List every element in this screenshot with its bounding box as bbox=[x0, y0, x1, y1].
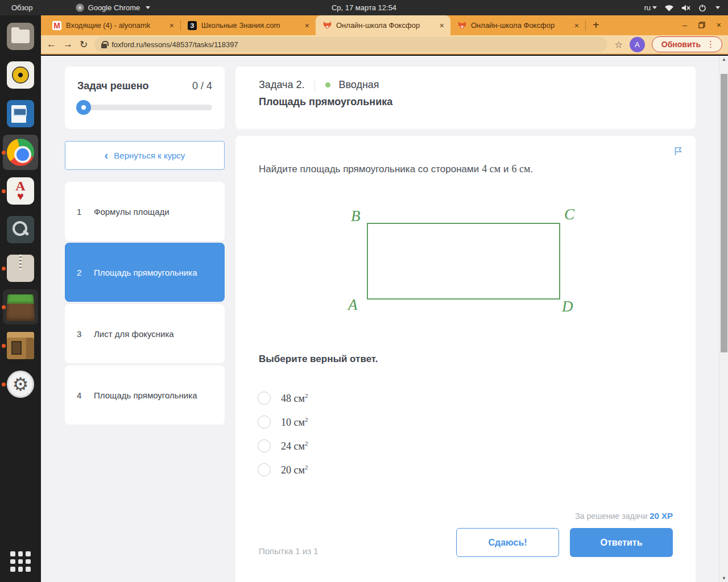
bookmark-star-icon[interactable]: ☆ bbox=[614, 39, 622, 50]
problem-statement: Найдите площадь прямоугольника со сторон… bbox=[259, 163, 533, 175]
power-icon[interactable] bbox=[698, 4, 706, 12]
task-type-dot bbox=[325, 82, 330, 88]
system-top-bar: Обзор Google Chrome Ср, 17 марта 12:54 r… bbox=[0, 0, 728, 15]
running-indicator bbox=[2, 305, 6, 309]
vertex-label-d: D bbox=[562, 298, 573, 315]
back-button[interactable]: ← bbox=[47, 39, 56, 50]
sidebar-task-2-active[interactable]: 2 Площадь прямоугольника bbox=[65, 243, 225, 302]
chevron-down-icon bbox=[146, 6, 150, 9]
tab-gmail[interactable]: M Входящие (4) - alyonamk × bbox=[46, 15, 180, 35]
scroll-down-arrow[interactable]: ▼ bbox=[719, 576, 728, 581]
chevron-left-icon: ‹ bbox=[105, 149, 109, 162]
card-game-icon: A♥ bbox=[7, 177, 34, 205]
answer-option-4[interactable]: 20 см2 bbox=[258, 463, 308, 476]
dock-item-settings[interactable] bbox=[7, 371, 34, 398]
dock-item-rhythmbox[interactable] bbox=[7, 61, 34, 89]
screenshot-tool-icon bbox=[7, 216, 34, 243]
browser-window: M Входящие (4) - alyonamk × З Школьные З… bbox=[41, 15, 728, 582]
sidebar-task-4[interactable]: 4 Площадь прямоугольника bbox=[65, 365, 225, 425]
focused-app-name: Google Chrome bbox=[88, 3, 140, 12]
dock-item-aisleriot[interactable]: A♥ bbox=[7, 177, 34, 205]
reward-text: За решение задачи 20 XP bbox=[575, 511, 673, 521]
crafting-table-icon bbox=[7, 332, 34, 359]
running-indicator bbox=[2, 383, 6, 386]
archive-manager-icon bbox=[7, 255, 34, 282]
flag-icon[interactable] bbox=[674, 147, 683, 156]
profile-avatar[interactable]: A bbox=[630, 37, 645, 52]
running-indicator bbox=[2, 267, 6, 271]
chrome-update-button[interactable]: Обновить ⋮ bbox=[652, 36, 722, 52]
task-header-card: Задача 2. Вводная Площадь прямоугольника bbox=[235, 66, 696, 129]
progress-card: Задач решено 0 / 4 bbox=[65, 66, 225, 129]
task-number: Задача 2. bbox=[259, 79, 304, 91]
tab-znanija[interactable]: З Школьные Знания.com × bbox=[181, 15, 316, 35]
new-tab-button[interactable]: + bbox=[593, 19, 599, 32]
running-indicator bbox=[2, 344, 6, 348]
dock-item-files[interactable] bbox=[7, 23, 34, 50]
close-tab-icon[interactable]: × bbox=[573, 21, 581, 30]
wifi-icon[interactable] bbox=[664, 4, 674, 12]
tab-foxford-active[interactable]: Онлайн-школа Фоксфор × bbox=[316, 15, 450, 35]
reload-button[interactable]: ↻ bbox=[80, 39, 88, 51]
radio-button[interactable] bbox=[258, 463, 271, 476]
radio-button[interactable] bbox=[258, 439, 271, 452]
keyboard-layout-indicator[interactable]: ru bbox=[644, 3, 657, 12]
lock-icon[interactable] bbox=[101, 41, 107, 48]
volume-muted-icon[interactable] bbox=[681, 4, 691, 12]
side-length-1: 4 см bbox=[482, 163, 500, 174]
close-tab-icon[interactable]: × bbox=[303, 21, 311, 30]
back-to-course-button[interactable]: ‹ Вернуться к курсу bbox=[65, 141, 225, 170]
radio-button[interactable] bbox=[258, 392, 271, 405]
vertex-label-c: C bbox=[564, 206, 574, 223]
chrome-icon bbox=[7, 139, 34, 166]
minimize-button[interactable]: – bbox=[682, 20, 687, 30]
activities-overview-button[interactable]: Обзор bbox=[0, 3, 44, 12]
foxford-favicon bbox=[322, 21, 332, 30]
focused-app-menu[interactable]: Google Chrome bbox=[76, 3, 151, 12]
answer-option-3[interactable]: 24 см2 bbox=[258, 439, 308, 452]
chevron-down-icon[interactable] bbox=[715, 6, 720, 9]
dock-item-minecraft[interactable] bbox=[7, 293, 34, 321]
vertex-label-a: A bbox=[348, 296, 358, 314]
scrollbar-thumb[interactable] bbox=[721, 74, 727, 352]
tab-strip: M Входящие (4) - alyonamk × З Школьные З… bbox=[41, 15, 728, 35]
progress-label: Задач решено bbox=[77, 80, 149, 92]
url-text: foxford.ru/lessons/48537/tasks/118397 bbox=[111, 40, 238, 49]
task-title: Площадь прямоугольника bbox=[259, 96, 696, 108]
answer-option-1[interactable]: 48 см2 bbox=[258, 392, 308, 405]
music-player-icon bbox=[7, 61, 34, 89]
radio-button[interactable] bbox=[258, 415, 271, 429]
sidebar-task-3[interactable]: 3 Лист для фокусника bbox=[65, 304, 225, 363]
dock-item-crafting-table[interactable] bbox=[7, 332, 34, 359]
menu-dots-icon[interactable]: ⋮ bbox=[706, 39, 715, 49]
tab-foxford-2[interactable]: Онлайн-школа Фоксфор × bbox=[450, 15, 585, 35]
browser-toolbar: ← → ↻ foxford.ru/lessons/48537/tasks/118… bbox=[41, 35, 728, 55]
close-window-button[interactable]: × bbox=[717, 20, 721, 30]
vertical-scrollbar[interactable]: ▲ ▼ bbox=[719, 56, 728, 582]
answer-option-2[interactable]: 10 см2 bbox=[258, 415, 308, 429]
give-up-button[interactable]: Сдаюсь! bbox=[456, 528, 559, 557]
dock: A♥ bbox=[0, 15, 41, 582]
foxford-favicon bbox=[457, 21, 466, 30]
address-bar[interactable]: foxford.ru/lessons/48537/tasks/118397 bbox=[94, 37, 607, 52]
close-tab-icon[interactable]: × bbox=[438, 21, 446, 30]
forward-button[interactable]: → bbox=[63, 39, 73, 50]
chevron-down-icon bbox=[652, 6, 657, 9]
chrome-app-icon bbox=[76, 3, 84, 12]
restore-button[interactable] bbox=[698, 22, 705, 28]
dock-item-screenshot[interactable] bbox=[7, 216, 34, 243]
dock-item-archive-manager[interactable] bbox=[7, 255, 34, 282]
minecraft-grass-icon bbox=[6, 294, 35, 321]
dock-item-libreoffice[interactable] bbox=[7, 100, 34, 127]
znanija-favicon: З bbox=[188, 21, 197, 30]
gear-icon bbox=[7, 371, 34, 398]
answer-button[interactable]: Ответить bbox=[570, 528, 673, 557]
scroll-up-arrow[interactable]: ▲ bbox=[719, 57, 728, 62]
progress-bar bbox=[77, 105, 212, 110]
gmail-favicon: M bbox=[52, 21, 61, 30]
dock-item-chrome[interactable] bbox=[7, 139, 34, 166]
close-tab-icon[interactable]: × bbox=[168, 21, 176, 30]
progress-knob bbox=[76, 100, 91, 115]
sidebar-task-1[interactable]: 1 Формулы площади bbox=[65, 182, 225, 241]
show-applications-button[interactable] bbox=[10, 551, 31, 572]
